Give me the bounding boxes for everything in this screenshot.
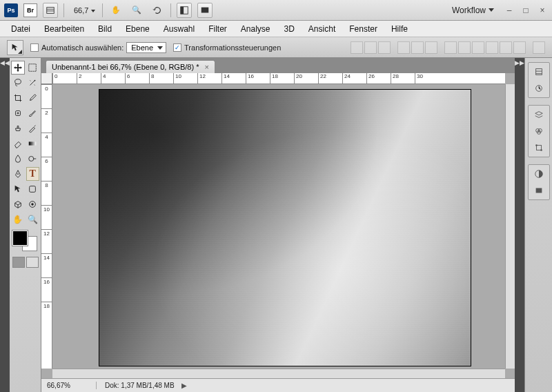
menu-ebene[interactable]: Ebene	[120, 22, 155, 36]
svg-point-23	[540, 149, 542, 151]
arrange-documents-button[interactable]	[177, 3, 192, 18]
menu-datei[interactable]: Datei	[6, 22, 36, 36]
document-tab[interactable]: Unbenannt-1 bei 66,7% (Ebene 0, RGB/8) *…	[46, 60, 215, 73]
status-zoom[interactable]: 66,67%	[41, 382, 97, 389]
pen-tool[interactable]	[11, 167, 25, 181]
toolbox: T ✋ 🔍	[10, 58, 41, 392]
distribute-right-button[interactable]	[513, 41, 526, 54]
zoom-tool[interactable]: 🔍	[26, 213, 40, 226]
foreground-color-swatch[interactable]	[12, 231, 28, 246]
zoom-level-dropdown[interactable]: 66,7	[70, 5, 97, 16]
auto-select-checkbox[interactable]	[30, 43, 39, 52]
move-tool[interactable]	[11, 61, 25, 75]
ruler-origin[interactable]	[41, 73, 52, 84]
menu-3d[interactable]: 3D	[279, 22, 300, 36]
workspace-switcher[interactable]: Workflow	[448, 6, 498, 15]
minimize-button[interactable]: –	[504, 5, 515, 16]
menu-hilfe[interactable]: Hilfe	[386, 22, 413, 36]
distribute-left-button[interactable]	[486, 41, 498, 54]
svg-point-8	[34, 80, 36, 81]
close-button[interactable]: ×	[537, 5, 548, 16]
brush-tool[interactable]	[26, 106, 40, 120]
hand-tool[interactable]: ✋	[11, 213, 25, 226]
crop-tool[interactable]	[11, 91, 25, 105]
photoshop-icon[interactable]: Ps	[4, 3, 18, 17]
menu-filter[interactable]: Filter	[203, 22, 233, 36]
distribute-vcenter-button[interactable]	[458, 41, 471, 54]
status-menu-arrow-icon[interactable]: ▶	[181, 382, 187, 389]
distribute-bottom-button[interactable]	[472, 41, 484, 54]
auto-align-button[interactable]	[533, 41, 545, 54]
menu-analyse[interactable]: Analyse	[235, 22, 276, 36]
eraser-tool[interactable]	[11, 137, 25, 150]
align-left-button[interactable]	[397, 41, 410, 54]
history-brush-tool[interactable]	[26, 121, 40, 135]
menu-ansicht[interactable]: Ansicht	[303, 22, 341, 36]
marquee-tool[interactable]	[26, 61, 40, 75]
lasso-tool[interactable]	[11, 76, 25, 90]
current-tool-indicator[interactable]	[7, 40, 23, 55]
maximize-button[interactable]: □	[520, 5, 531, 16]
bridge-icon[interactable]: Br	[23, 3, 37, 17]
vertical-scrollbar[interactable]	[505, 84, 515, 369]
3d-camera-tool[interactable]	[26, 197, 40, 211]
standard-mode-button[interactable]	[12, 257, 25, 268]
healing-brush-tool[interactable]	[11, 106, 25, 120]
type-tool[interactable]: T	[26, 167, 40, 181]
miniview-button[interactable]	[43, 3, 58, 18]
actions-panel-icon[interactable]	[532, 82, 546, 95]
status-bar: 66,67% Dok: 1,37 MB/1,48 MB ▶	[41, 378, 515, 392]
align-top-button[interactable]	[351, 41, 363, 54]
align-right-button[interactable]	[425, 41, 437, 54]
right-collapse-bar[interactable]: ▶▶	[515, 58, 524, 392]
channels-panel-icon[interactable]	[532, 125, 546, 137]
dodge-tool[interactable]	[26, 152, 40, 166]
menu-bild[interactable]: Bild	[92, 22, 117, 36]
transform-controls-checkbox[interactable]: ✓	[173, 43, 181, 52]
canvas[interactable]	[99, 90, 471, 366]
align-bottom-button[interactable]	[378, 41, 391, 54]
eyedropper-tool[interactable]	[26, 91, 40, 105]
magic-wand-tool[interactable]	[26, 76, 40, 90]
distribute-hcenter-button[interactable]	[500, 41, 512, 54]
horizontal-scrollbar[interactable]	[52, 369, 505, 378]
gradient-tool[interactable]	[26, 137, 40, 150]
menu-bearbeiten[interactable]: Bearbeiten	[39, 22, 90, 36]
layers-panel-icon[interactable]	[532, 108, 546, 121]
clone-stamp-tool[interactable]	[11, 121, 25, 135]
horizontal-ruler[interactable]: 024681012141618202224262830	[52, 73, 505, 84]
transform-controls-group: ✓ Transformationssteuerungen	[173, 43, 281, 52]
auto-select-dropdown[interactable]: Ebene	[126, 42, 166, 53]
distribute-top-button[interactable]	[444, 41, 457, 54]
chevron-right-icon: ▶▶	[515, 59, 524, 66]
panel-group-2[interactable]	[528, 105, 550, 157]
align-hcenter-button[interactable]	[411, 41, 424, 54]
vertical-ruler[interactable]: 024681012141618	[41, 84, 52, 369]
menu-fenster[interactable]: Fenster	[344, 22, 383, 36]
svg-rect-0	[47, 7, 55, 13]
panel-group-3[interactable]	[528, 164, 550, 200]
history-panel-icon[interactable]	[532, 66, 546, 78]
menu-auswahl[interactable]: Auswahl	[158, 22, 200, 36]
svg-point-11	[29, 157, 34, 161]
canvas-scroll-area[interactable]	[52, 84, 505, 369]
svg-rect-10	[29, 141, 37, 145]
styles-panel-icon[interactable]	[532, 184, 546, 197]
path-selection-tool[interactable]	[11, 182, 25, 196]
zoom-tool-shortcut[interactable]: 🔍	[129, 3, 144, 18]
close-tab-icon[interactable]: ×	[204, 63, 208, 71]
rotate-tool-shortcut[interactable]	[150, 3, 165, 18]
paths-panel-icon[interactable]	[532, 141, 546, 154]
panel-group-1[interactable]	[528, 62, 550, 98]
status-document-size[interactable]: Dok: 1,37 MB/1,48 MB	[97, 382, 175, 389]
adjustments-panel-icon[interactable]	[532, 168, 546, 180]
shape-tool[interactable]	[26, 182, 40, 196]
hand-tool-shortcut[interactable]: ✋	[108, 3, 124, 18]
3d-tool[interactable]	[11, 197, 25, 211]
color-swatches[interactable]	[12, 231, 37, 251]
quickmask-mode-button[interactable]	[26, 257, 39, 268]
blur-tool[interactable]	[11, 152, 25, 166]
left-collapse-bar[interactable]: ◀◀	[0, 58, 10, 392]
screen-mode-button[interactable]	[197, 3, 213, 18]
align-vcenter-button[interactable]	[364, 41, 377, 54]
